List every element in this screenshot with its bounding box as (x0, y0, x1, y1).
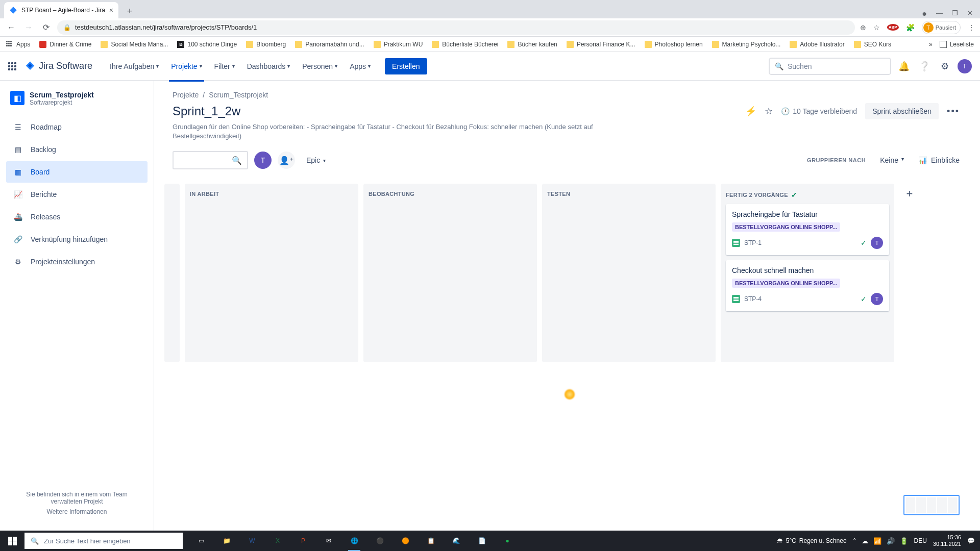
taskbar-search[interactable]: 🔍Zur Suche Text hier eingeben (24, 533, 183, 549)
sidebar-backlog[interactable]: ▤Backlog (6, 139, 148, 160)
bookmark-item[interactable]: Bloomberg (246, 41, 286, 48)
obs-icon[interactable]: ⚫ (368, 531, 392, 551)
maximize-button[interactable]: ❐ (952, 9, 958, 18)
group-by-select[interactable]: Keine▾ (874, 153, 910, 167)
user-avatar[interactable]: T (958, 59, 972, 73)
reading-list[interactable]: Leseliste (940, 41, 974, 48)
chrome-icon[interactable]: 🌐 (342, 531, 366, 551)
profile-chip[interactable]: T Pausiert (922, 21, 961, 34)
bookmark-item[interactable]: Bücher kaufen (507, 41, 557, 48)
bookmark-item[interactable]: B100 schöne Dinge (177, 41, 237, 48)
app-icon[interactable]: 📋 (419, 531, 443, 551)
issue-card[interactable]: Spracheingabe für Tastatur BESTELLVORGAN… (726, 204, 889, 255)
add-people-button[interactable]: 👤⁺ (278, 152, 295, 169)
start-button[interactable] (0, 531, 24, 551)
spotify-icon[interactable]: ● (495, 531, 520, 551)
weather-widget[interactable]: 🌨 5°C Regen u. Schnee (777, 537, 847, 544)
sidebar-board[interactable]: ▥Board (6, 161, 148, 183)
address-bar[interactable]: 🔒 testdeutsch1.atlassian.net/jira/softwa… (57, 20, 855, 35)
create-button[interactable]: Erstellen (385, 58, 427, 74)
card-assignee-avatar[interactable]: T (871, 293, 883, 305)
breadcrumb-project[interactable]: Scrum_Testprojekt (209, 91, 268, 99)
more-actions-icon[interactable]: ••• (947, 106, 960, 117)
battery-icon[interactable]: 🔋 (900, 537, 908, 545)
epic-filter[interactable]: Epic▾ (301, 153, 331, 167)
tab-close-icon[interactable]: × (109, 6, 113, 14)
bookmark-item[interactable]: Marketing Psycholo... (712, 41, 781, 48)
onedrive-icon[interactable]: ☁ (862, 537, 868, 545)
nav-dashboards[interactable]: Dashboards▾ (242, 58, 296, 74)
bookmark-item[interactable]: Adobe Illustrator (790, 41, 844, 48)
sidebar-roadmap[interactable]: ☰Roadmap (6, 116, 148, 138)
task-view-icon[interactable]: ▭ (189, 531, 213, 551)
word-icon[interactable]: W (240, 531, 264, 551)
app-switcher-icon[interactable] (8, 62, 16, 70)
card-epic-label[interactable]: BESTELLVORGANG ONLINE SHOPP... (732, 222, 840, 232)
notifications-icon[interactable]: 🔔 (896, 59, 912, 74)
minimize-button[interactable]: — (936, 9, 943, 18)
edge-icon[interactable]: 🌊 (444, 531, 469, 551)
column-observation[interactable]: BEOBACHTUNG (363, 184, 537, 362)
sidebar-project-settings[interactable]: ⚙Projekteinstellungen (6, 251, 148, 272)
chrome-menu-icon[interactable]: ⋮ (968, 23, 975, 32)
automation-icon[interactable]: ⚡ (745, 106, 756, 117)
bookmark-item[interactable]: SEO Kurs (854, 41, 891, 48)
wifi-icon[interactable]: 📶 (873, 537, 881, 545)
bookmark-item[interactable]: Social Media Mana... (101, 41, 168, 48)
card-key[interactable]: STP-1 (744, 239, 762, 246)
bookmark-item[interactable]: Panoramabahn und... (295, 41, 364, 48)
bookmark-apps[interactable]: Apps (6, 41, 30, 48)
breadcrumb-root[interactable]: Projekte (173, 91, 199, 99)
bookmark-item[interactable]: Personal Finance K... (567, 41, 635, 48)
bookmark-item[interactable]: Bücherliste Bücherei (432, 41, 498, 48)
volume-icon[interactable]: 🔊 (887, 537, 895, 545)
tray-chevron-icon[interactable]: ˄ (853, 537, 856, 545)
new-tab-button[interactable]: + (122, 4, 137, 18)
sidebar-footer-link[interactable]: Weitere Informationen (16, 508, 137, 515)
forward-button[interactable]: → (22, 23, 35, 32)
nav-projects[interactable]: Projekte▾ (166, 58, 207, 74)
zoom-icon[interactable]: ⊕ (860, 23, 866, 32)
sidebar-releases[interactable]: 🚢Releases (6, 206, 148, 228)
search-input[interactable]: 🔍 Suchen (769, 58, 891, 75)
extensions-icon[interactable]: 🧩 (906, 23, 915, 32)
star-icon[interactable]: ☆ (873, 23, 880, 32)
mail-icon[interactable]: ✉ (316, 531, 341, 551)
back-button[interactable]: ← (5, 23, 17, 32)
language-indicator[interactable]: DEU (914, 537, 927, 544)
browser-tab[interactable]: STP Board – Agile-Board - Jira × (4, 2, 118, 18)
add-column-button[interactable]: + (899, 184, 920, 204)
excel-icon[interactable]: X (265, 531, 290, 551)
sidebar-add-link[interactable]: 🔗Verknüpfung hinzufügen (6, 229, 148, 250)
star-icon[interactable]: ☆ (765, 106, 773, 117)
jira-logo[interactable]: Jira Software (24, 61, 92, 72)
issue-card[interactable]: Checkout schnell machen BESTELLVORGANG O… (726, 260, 889, 311)
column-done[interactable]: FERTIG 2 VORGÄNGE✓ Spracheingabe für Tas… (721, 184, 894, 362)
clock[interactable]: 15:36 30.11.2021 (933, 534, 961, 547)
card-assignee-avatar[interactable]: T (871, 237, 883, 249)
card-key[interactable]: STP-4 (744, 295, 762, 303)
notifications-icon[interactable]: 💬 (967, 537, 975, 544)
help-icon[interactable]: ❔ (917, 59, 932, 74)
bookmark-overflow[interactable]: » (929, 41, 933, 48)
insights-button[interactable]: 📊Einblicke (918, 156, 960, 164)
column-in-progress[interactable]: IN ARBEIT (185, 184, 358, 362)
nav-people[interactable]: Personen▾ (297, 58, 342, 74)
abp-extension-icon[interactable]: ABP (887, 24, 899, 31)
nav-filters[interactable]: Filter▾ (209, 58, 240, 74)
board-minimap[interactable] (903, 495, 960, 515)
bookmark-item[interactable]: Dinner & Crime (39, 41, 91, 48)
project-header[interactable]: ◧ Scrum_Testprojekt Softwareprojekt (6, 91, 148, 116)
bookmark-item[interactable]: Photoshop lernen (645, 41, 703, 48)
settings-icon[interactable]: ⚙ (937, 59, 952, 74)
notepad-icon[interactable]: 📄 (470, 531, 494, 551)
bookmark-item[interactable]: Praktikum WU (374, 41, 423, 48)
card-epic-label[interactable]: BESTELLVORGANG ONLINE SHOPP... (732, 279, 840, 288)
explorer-icon[interactable]: 📁 (214, 531, 239, 551)
nav-your-work[interactable]: Ihre Aufgaben▾ (105, 58, 164, 74)
board-search-input[interactable]: 🔍 (173, 151, 248, 169)
column-testing[interactable]: TESTEN (542, 184, 716, 362)
close-window-button[interactable]: ✕ (967, 9, 973, 18)
nav-apps[interactable]: Apps▾ (345, 58, 376, 74)
reload-button[interactable]: ⟳ (40, 22, 52, 32)
